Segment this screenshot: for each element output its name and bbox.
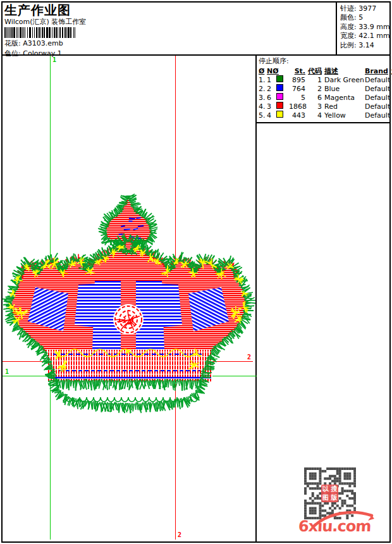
thread-color-swatch bbox=[276, 102, 283, 109]
row-brand: Default bbox=[365, 94, 391, 102]
row-brand: Default bbox=[365, 111, 391, 120]
stop-sequence-panel: 停止顺序: Ø NØ St. 代码 描述 Brand 元素 1.18951Dar… bbox=[257, 56, 389, 123]
col-idx: Ø bbox=[259, 67, 267, 75]
stat-height: 高度: 33.9 mm bbox=[340, 23, 392, 32]
row-swatch-cell bbox=[276, 111, 289, 120]
row-description: Yellow bbox=[324, 111, 365, 120]
sequence-rows: 1.18951Dark GreenDefault2.27642BlueDefau… bbox=[259, 75, 389, 120]
row-code: 1 bbox=[308, 76, 324, 84]
thread-color-swatch bbox=[276, 84, 283, 91]
design-file-line: 花版: A3103.emb bbox=[4, 39, 251, 48]
header-left: 生产作业图 Wilcom(汇京) 装饰工作室 花版: A3103.emb 色位:… bbox=[4, 3, 251, 58]
row-needle: 6 bbox=[267, 94, 276, 102]
sequence-row: 3.656MagentaDefault bbox=[259, 93, 389, 102]
row-needle: 2 bbox=[267, 85, 276, 93]
row-swatch-cell bbox=[276, 84, 289, 93]
stamp-character: 以 bbox=[321, 485, 330, 493]
red-seal-stamp: 以搜图版 bbox=[321, 485, 338, 502]
stamp-character: 搜 bbox=[330, 485, 339, 493]
stat-width: 宽度: 42.1 mm bbox=[340, 32, 392, 40]
row-stitch-count: 895 bbox=[289, 76, 308, 84]
row-index: 1. bbox=[259, 76, 267, 84]
stamp-character: 图 bbox=[321, 493, 330, 502]
col-st: St. bbox=[289, 67, 308, 75]
row-description: Magenta bbox=[324, 94, 365, 102]
row-index: 3. bbox=[259, 94, 267, 102]
design-stats: 针迹: 3977 颜色: 5 高度: 33.9 mm 宽度: 42.1 mm 比… bbox=[336, 3, 392, 55]
col-code: 代码 bbox=[308, 66, 324, 76]
row-swatch-cell bbox=[276, 102, 289, 111]
row-brand: Default bbox=[365, 85, 391, 93]
row-stitch-count: 5 bbox=[289, 94, 308, 102]
stat-stitches: 针迹: 3977 bbox=[340, 4, 392, 13]
row-needle: 3 bbox=[267, 102, 276, 111]
design-file-value: A3103.emb bbox=[23, 39, 63, 47]
row-index: 2. bbox=[259, 85, 267, 93]
row-stitch-count: 443 bbox=[289, 111, 308, 120]
crown-embroidery-design bbox=[3, 56, 255, 541]
stamp-character: 版 bbox=[330, 493, 339, 502]
row-index: 5. bbox=[259, 111, 267, 120]
page-title: 生产作业图 bbox=[4, 3, 251, 17]
row-index: 4. bbox=[259, 102, 267, 111]
row-code: 6 bbox=[308, 94, 324, 102]
col-desc: 描述 bbox=[324, 66, 365, 76]
studio-name: Wilcom(汇京) 装饰工作室 bbox=[4, 18, 251, 26]
row-description: Blue bbox=[324, 85, 365, 93]
row-brand: Default bbox=[365, 76, 391, 84]
row-swatch-cell bbox=[276, 93, 289, 102]
col-brand: Brand bbox=[365, 67, 391, 75]
row-description: Dark Green bbox=[324, 76, 365, 84]
row-brand: Default bbox=[365, 102, 391, 111]
stop-sequence-heading: 停止顺序: bbox=[259, 57, 389, 65]
row-needle: 4 bbox=[267, 111, 276, 120]
row-code: 3 bbox=[308, 102, 324, 111]
sequence-row: 2.27642BlueDefault bbox=[259, 84, 389, 93]
col-needle: NØ bbox=[267, 67, 276, 75]
design-file-label: 花版: bbox=[4, 39, 21, 47]
thread-color-swatch bbox=[276, 75, 283, 82]
row-code: 2 bbox=[308, 85, 324, 93]
row-stitch-count: 764 bbox=[289, 85, 308, 93]
stat-scale: 比例: 3.14 bbox=[340, 41, 392, 50]
col-swatch bbox=[276, 67, 284, 75]
stat-colors: 颜色: 5 bbox=[340, 13, 392, 22]
row-code: 4 bbox=[308, 111, 324, 120]
thread-color-swatch bbox=[276, 93, 283, 100]
sequence-row: 1.18951Dark GreenDefault bbox=[259, 75, 389, 84]
row-description: Red bbox=[324, 102, 365, 111]
row-stitch-count: 1868 bbox=[289, 102, 308, 111]
thread-color-swatch bbox=[276, 111, 283, 118]
sequence-column-headers: Ø NØ St. 代码 描述 Brand 元素 bbox=[259, 66, 389, 75]
barcode bbox=[4, 27, 77, 38]
row-swatch-cell bbox=[276, 75, 289, 84]
design-canvas: 1 2 2 1 bbox=[3, 56, 255, 541]
watermark-site: 6xiu.com bbox=[298, 517, 368, 535]
worksheet-page: 生产作业图 Wilcom(汇京) 装饰工作室 花版: A3103.emb 色位:… bbox=[1, 1, 391, 543]
sequence-row: 4.318683RedDefault bbox=[259, 102, 389, 111]
sequence-row: 5.44434YellowDefault bbox=[259, 111, 389, 120]
row-needle: 1 bbox=[267, 76, 276, 84]
